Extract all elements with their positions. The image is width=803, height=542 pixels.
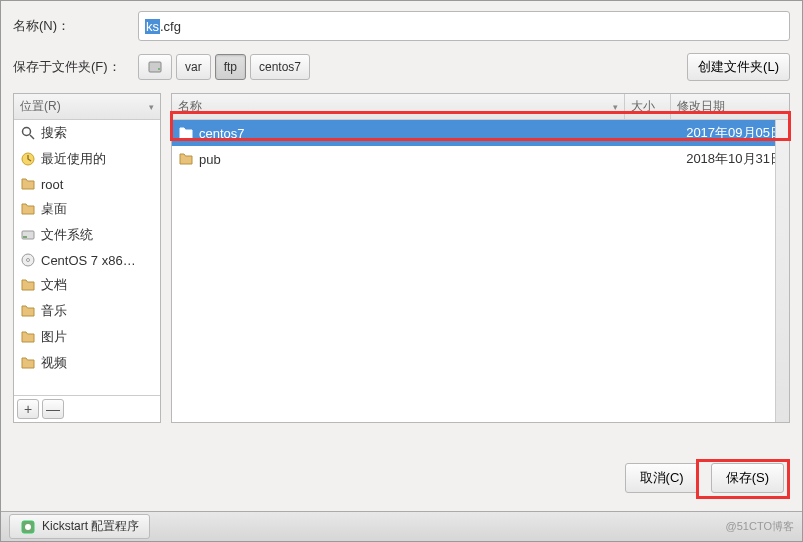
sidebar-item-7[interactable]: 音乐: [14, 298, 160, 324]
sidebar-item-9[interactable]: 视频: [14, 350, 160, 376]
watermark: @51CTO博客: [726, 519, 794, 534]
folder-icon: [20, 176, 36, 192]
column-name-header[interactable]: 名称 ▾: [172, 94, 625, 119]
sidebar-item-3[interactable]: 桌面: [14, 196, 160, 222]
sidebar-item-label: 文档: [41, 276, 67, 294]
file-name: pub: [199, 152, 221, 167]
svg-point-2: [23, 128, 31, 136]
svg-rect-0: [149, 62, 161, 72]
disk-icon: [20, 227, 36, 243]
sidebar-item-2[interactable]: root: [14, 172, 160, 196]
taskbar-app-button[interactable]: Kickstart 配置程序: [9, 514, 150, 539]
sidebar-item-6[interactable]: 文档: [14, 272, 160, 298]
folder-icon: [178, 125, 194, 141]
file-name: centos7: [199, 126, 245, 141]
sidebar-item-4[interactable]: 文件系统: [14, 222, 160, 248]
chevron-down-icon: ▾: [149, 102, 154, 112]
filename-selected-part: ks: [145, 19, 160, 34]
file-row[interactable]: centos72017年09月05日: [172, 120, 789, 146]
sidebar-item-label: 桌面: [41, 200, 67, 218]
sidebar-item-1[interactable]: 最近使用的: [14, 146, 160, 172]
column-size-header[interactable]: 大小: [625, 94, 671, 119]
file-list-header: 名称 ▾ 大小 修改日期: [172, 94, 789, 120]
places-header[interactable]: 位置(R) ▾: [14, 94, 160, 120]
filename-rest-part: .cfg: [160, 19, 181, 34]
column-date-header[interactable]: 修改日期: [671, 94, 789, 119]
file-list-pane: 名称 ▾ 大小 修改日期 centos72017年09月05日pub2018年1…: [171, 93, 790, 423]
sidebar-item-0[interactable]: 搜索: [14, 120, 160, 146]
file-date: 2018年10月31日: [665, 150, 783, 168]
places-sidebar: 位置(R) ▾ 搜索最近使用的root桌面文件系统CentOS 7 x86…文档…: [13, 93, 161, 423]
breadcrumb-item-0[interactable]: [138, 54, 172, 80]
filename-input[interactable]: ks.cfg: [138, 11, 790, 41]
sidebar-item-label: 搜索: [41, 124, 67, 142]
sidebar-item-label: root: [41, 177, 63, 192]
search-icon: [20, 125, 36, 141]
file-date: 2017年09月05日: [665, 124, 783, 142]
sidebar-item-label: CentOS 7 x86…: [41, 253, 136, 268]
taskbar: Kickstart 配置程序 @51CTO博客: [1, 511, 802, 541]
folder-icon: [20, 355, 36, 371]
cancel-button[interactable]: 取消(C): [625, 463, 699, 493]
sidebar-item-8[interactable]: 图片: [14, 324, 160, 350]
sidebar-item-label: 文件系统: [41, 226, 93, 244]
sidebar-item-label: 音乐: [41, 302, 67, 320]
hdd-icon: [147, 59, 163, 75]
vertical-scrollbar[interactable]: [775, 120, 789, 422]
folder-icon: [20, 329, 36, 345]
svg-point-1: [158, 68, 160, 70]
svg-rect-6: [23, 236, 27, 238]
remove-place-button[interactable]: —: [42, 399, 64, 419]
file-list-body: centos72017年09月05日pub2018年10月31日: [172, 120, 789, 422]
sidebar-item-label: 图片: [41, 328, 67, 346]
breadcrumb: varftpcentos7: [138, 54, 310, 80]
save-dialog: 名称(N)： ks.cfg 保存于文件夹(F)： varftpcentos7 创…: [0, 0, 803, 542]
name-label: 名称(N)：: [13, 17, 138, 35]
sidebar-item-label: 视频: [41, 354, 67, 372]
breadcrumb-item-3[interactable]: centos7: [250, 54, 310, 80]
svg-point-8: [27, 259, 30, 262]
breadcrumb-item-2[interactable]: ftp: [215, 54, 246, 80]
recent-icon: [20, 151, 36, 167]
folder-icon: [178, 151, 194, 167]
add-place-button[interactable]: +: [17, 399, 39, 419]
cd-icon: [20, 252, 36, 268]
app-icon: [20, 519, 36, 535]
folder-icon: [20, 303, 36, 319]
svg-point-10: [25, 524, 31, 530]
file-row[interactable]: pub2018年10月31日: [172, 146, 789, 172]
sidebar-item-label: 最近使用的: [41, 150, 106, 168]
sidebar-item-5[interactable]: CentOS 7 x86…: [14, 248, 160, 272]
savein-label: 保存于文件夹(F)：: [13, 58, 138, 76]
sort-indicator-icon: ▾: [613, 102, 618, 112]
save-button[interactable]: 保存(S): [711, 463, 784, 493]
svg-line-3: [30, 135, 34, 139]
folder-icon: [20, 277, 36, 293]
breadcrumb-item-1[interactable]: var: [176, 54, 211, 80]
folder-icon: [20, 201, 36, 217]
create-folder-button[interactable]: 创建文件夹(L): [687, 53, 790, 81]
places-list: 搜索最近使用的root桌面文件系统CentOS 7 x86…文档音乐图片视频: [14, 120, 160, 395]
